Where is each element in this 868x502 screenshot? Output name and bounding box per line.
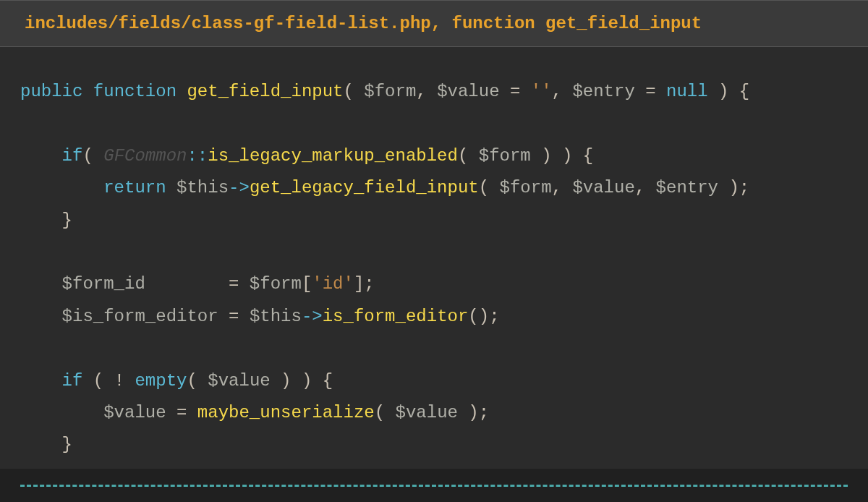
code-token: ) ) { [271, 371, 333, 391]
code-token: is_legacy_markup_enabled [208, 146, 458, 166]
code-token: ( [344, 82, 365, 101]
code-token: get_legacy_field_input [250, 178, 479, 197]
code-token: $this [250, 307, 302, 326]
code-token [20, 307, 62, 326]
code-token: $form [479, 146, 531, 166]
code-token: ]; [354, 274, 375, 294]
code-token [82, 82, 93, 101]
code-token: ); [718, 178, 749, 197]
file-function-header: includes/fields/class-gf-field-list.php,… [0, 0, 868, 47]
code-token: , [552, 178, 573, 197]
code-token: null [666, 82, 708, 101]
code-token: empty [135, 371, 187, 391]
code-token: :: [187, 146, 208, 166]
code-token [20, 274, 62, 294]
code-token: ); [458, 403, 489, 422]
code-token: $value [396, 403, 458, 422]
code-token: (); [468, 307, 499, 326]
code-token: $form [364, 82, 416, 101]
code-token [20, 371, 62, 391]
code-content: public function get_field_input( $form, … [20, 76, 848, 461]
code-token: $is_form_editor [62, 307, 218, 326]
code-token: = [635, 82, 666, 101]
code-token: $form [500, 178, 552, 197]
code-token [166, 178, 176, 197]
code-token: , [635, 178, 656, 197]
code-token: public [20, 82, 82, 101]
header-title: includes/fields/class-gf-field-list.php,… [25, 14, 702, 33]
code-token: GFCommon [103, 146, 187, 166]
code-block: public function get_field_input( $form, … [0, 47, 868, 469]
code-token: $this [176, 178, 229, 197]
code-token: get_field_input [187, 82, 343, 101]
code-token [20, 146, 62, 166]
code-token: = [218, 307, 250, 326]
section-divider [20, 485, 848, 487]
code-token: if [62, 146, 83, 166]
code-token: [ [302, 274, 312, 294]
code-token: = [145, 274, 250, 294]
code-token: ( [82, 146, 103, 166]
code-token: maybe_unserialize [197, 403, 375, 422]
code-token: '' [531, 82, 552, 101]
code-token: $entry [656, 178, 718, 197]
code-token: ) ) { [531, 146, 593, 166]
code-token: $value [208, 371, 270, 391]
code-token: $value [103, 403, 166, 422]
code-token: 'id' [312, 274, 354, 294]
code-token: = [500, 82, 531, 101]
code-token: ( [458, 146, 479, 166]
code-token: return [103, 178, 166, 197]
code-token: , [552, 82, 573, 101]
code-token: if [62, 371, 83, 391]
code-token: ) { [708, 82, 750, 101]
code-token: ( [187, 371, 208, 391]
code-token: -> [302, 307, 323, 326]
code-token: $value [572, 178, 634, 197]
code-token: $form [250, 274, 302, 294]
code-token: $entry [572, 82, 634, 101]
code-token: -> [229, 178, 250, 197]
code-token: } [20, 435, 72, 454]
code-token: } [20, 210, 72, 230]
code-token: $value [437, 82, 499, 101]
code-token: ( ! [82, 371, 135, 391]
code-token: $form_id [62, 274, 145, 294]
code-token [20, 403, 103, 422]
code-token: , [416, 82, 437, 101]
code-token [20, 178, 103, 197]
code-token [176, 82, 187, 101]
code-token: is_form_editor [323, 307, 469, 326]
code-token: function [93, 82, 176, 101]
code-token: = [166, 403, 197, 422]
code-token: ( [479, 178, 500, 197]
code-token: ( [375, 403, 396, 422]
